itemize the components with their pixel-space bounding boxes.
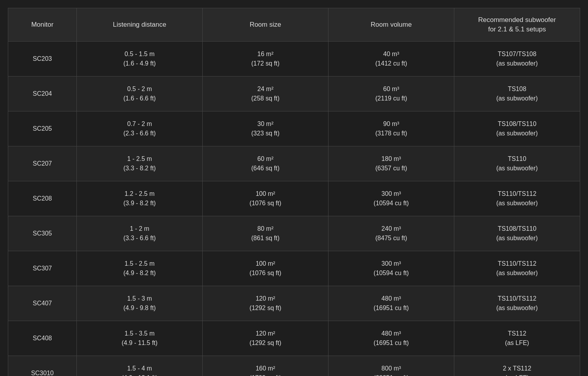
cell-room-size: 24 m²(258 sq ft) — [203, 76, 328, 111]
cell-room-size: 100 m²(1076 sq ft) — [203, 181, 328, 216]
cell-room-size: 120 m²(1292 sq ft) — [203, 286, 328, 321]
table-row: SC3051 - 2 m(3.3 - 6.6 ft)80 m²(861 sq f… — [8, 216, 580, 251]
table-row: SC30101.5 - 4 m(4.9 - 13.1 ft)160 m²(172… — [8, 356, 580, 376]
cell-monitor: SC205 — [8, 111, 77, 146]
cell-subwoofer: TS112(as LFE) — [454, 321, 580, 356]
cell-distance: 0.5 - 2 m(1.6 - 6.6 ft) — [77, 76, 203, 111]
cell-room-volume: 60 m³(2119 cu ft) — [328, 76, 454, 111]
cell-monitor: SC3010 — [8, 356, 77, 376]
cell-room-volume: 180 m³(6357 cu ft) — [328, 146, 454, 181]
table-row: SC2050.7 - 2 m(2.3 - 6.6 ft)30 m²(323 sq… — [8, 111, 580, 146]
cell-room-volume: 480 m³(16951 cu ft) — [328, 286, 454, 321]
cell-room-volume: 300 m³(10594 cu ft) — [328, 251, 454, 286]
table-row: SC4081.5 - 3.5 m(4.9 - 11.5 ft)120 m²(12… — [8, 321, 580, 356]
cell-distance: 0.5 - 1.5 m(1.6 - 4.9 ft) — [77, 41, 203, 76]
cell-monitor: SC307 — [8, 251, 77, 286]
cell-subwoofer: TS110(as subwoofer) — [454, 146, 580, 181]
cell-room-size: 160 m²(1722 sq ft) — [203, 356, 328, 376]
cell-room-volume: 90 m³(3178 cu ft) — [328, 111, 454, 146]
cell-subwoofer: TS108(as subwoofer) — [454, 76, 580, 111]
cell-distance: 1.2 - 2.5 m(3.9 - 8.2 ft) — [77, 181, 203, 216]
table-row: SC2040.5 - 2 m(1.6 - 6.6 ft)24 m²(258 sq… — [8, 76, 580, 111]
cell-monitor: SC407 — [8, 286, 77, 321]
cell-subwoofer: TS108/TS110(as subwoofer) — [454, 111, 580, 146]
cell-monitor: SC305 — [8, 216, 77, 251]
cell-subwoofer: TS108/TS110(as subwoofer) — [454, 216, 580, 251]
cell-room-size: 100 m²(1076 sq ft) — [203, 251, 328, 286]
cell-room-volume: 240 m³(8475 cu ft) — [328, 216, 454, 251]
cell-monitor: SC408 — [8, 321, 77, 356]
cell-distance: 1.5 - 3 m(4.9 - 9.8 ft) — [77, 286, 203, 321]
header-distance: Listening distance — [77, 8, 203, 42]
header-monitor: Monitor — [8, 8, 77, 42]
table-row: SC4071.5 - 3 m(4.9 - 9.8 ft)120 m²(1292 … — [8, 286, 580, 321]
cell-distance: 1 - 2.5 m(3.3 - 8.2 ft) — [77, 146, 203, 181]
header-room-size: Room size — [203, 8, 328, 42]
table-row: SC2081.2 - 2.5 m(3.9 - 8.2 ft)100 m²(107… — [8, 181, 580, 216]
cell-subwoofer: TS110/TS112(as subwoofer) — [454, 181, 580, 216]
cell-room-volume: 800 m³(28251 cu ft) — [328, 356, 454, 376]
table-wrapper: Monitor Listening distance Room size Roo… — [8, 8, 580, 376]
cell-room-size: 16 m²(172 sq ft) — [203, 41, 328, 76]
cell-subwoofer: TS110/TS112(as subwoofer) — [454, 251, 580, 286]
cell-room-size: 30 m²(323 sq ft) — [203, 111, 328, 146]
specs-table: Monitor Listening distance Room size Roo… — [8, 8, 580, 376]
cell-distance: 1.5 - 3.5 m(4.9 - 11.5 ft) — [77, 321, 203, 356]
header-room-volume: Room volume — [328, 8, 454, 42]
cell-monitor: SC208 — [8, 181, 77, 216]
cell-monitor: SC204 — [8, 76, 77, 111]
cell-room-size: 120 m²(1292 sq ft) — [203, 321, 328, 356]
table-row: SC2030.5 - 1.5 m(1.6 - 4.9 ft)16 m²(172 … — [8, 41, 580, 76]
cell-room-volume: 40 m³(1412 cu ft) — [328, 41, 454, 76]
cell-distance: 1.5 - 2.5 m(4.9 - 8.2 ft) — [77, 251, 203, 286]
cell-monitor: SC203 — [8, 41, 77, 76]
cell-distance: 0.7 - 2 m(2.3 - 6.6 ft) — [77, 111, 203, 146]
cell-room-size: 60 m²(646 sq ft) — [203, 146, 328, 181]
cell-subwoofer: TS110/TS112(as subwoofer) — [454, 286, 580, 321]
header-subwoofer: Recommended subwooferfor 2.1 & 5.1 setup… — [454, 8, 580, 42]
cell-distance: 1.5 - 4 m(4.9 - 13.1 ft) — [77, 356, 203, 376]
table-header-row: Monitor Listening distance Room size Roo… — [8, 8, 580, 42]
cell-room-volume: 480 m³(16951 cu ft) — [328, 321, 454, 356]
cell-distance: 1 - 2 m(3.3 - 6.6 ft) — [77, 216, 203, 251]
cell-room-size: 80 m²(861 sq ft) — [203, 216, 328, 251]
table-row: SC2071 - 2.5 m(3.3 - 8.2 ft)60 m²(646 sq… — [8, 146, 580, 181]
cell-room-volume: 300 m³(10594 cu ft) — [328, 181, 454, 216]
cell-subwoofer: 2 x TS112(as LFE) — [454, 356, 580, 376]
cell-subwoofer: TS107/TS108(as subwoofer) — [454, 41, 580, 76]
table-row: SC3071.5 - 2.5 m(4.9 - 8.2 ft)100 m²(107… — [8, 251, 580, 286]
cell-monitor: SC207 — [8, 146, 77, 181]
